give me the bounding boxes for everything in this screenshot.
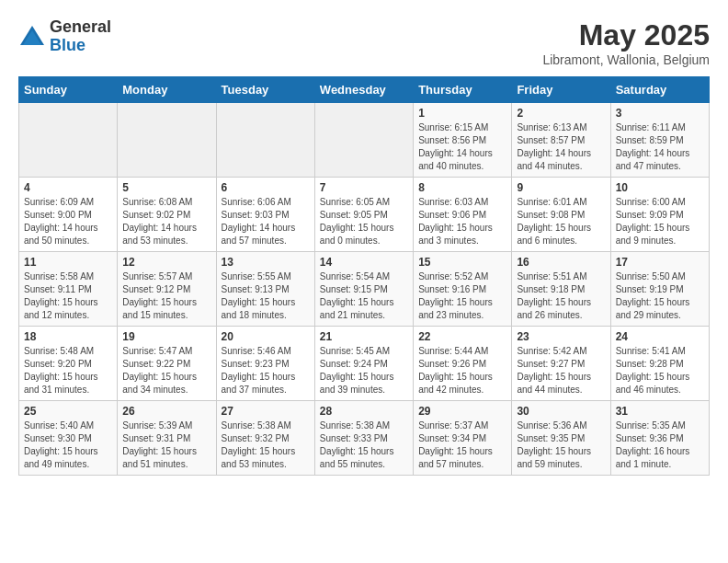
day-info: Sunrise: 6:11 AM Sunset: 8:59 PM Dayligh… — [616, 121, 704, 173]
calendar-day-cell: 11Sunrise: 5:58 AM Sunset: 9:11 PM Dayli… — [19, 252, 118, 327]
calendar-day-cell: 27Sunrise: 5:38 AM Sunset: 9:32 PM Dayli… — [216, 401, 314, 476]
day-info: Sunrise: 6:09 AM Sunset: 9:00 PM Dayligh… — [24, 196, 112, 247]
day-info: Sunrise: 6:05 AM Sunset: 9:05 PM Dayligh… — [320, 196, 408, 247]
month-title: May 2025 — [542, 18, 710, 52]
day-of-week-header: Monday — [118, 77, 216, 103]
calendar-day-cell: 5Sunrise: 6:08 AM Sunset: 9:02 PM Daylig… — [118, 178, 216, 252]
calendar-day-cell: 2Sunrise: 6:13 AM Sunset: 8:57 PM Daylig… — [512, 103, 610, 178]
day-info: Sunrise: 6:01 AM Sunset: 9:08 PM Dayligh… — [517, 196, 605, 247]
calendar-week-row: 1Sunrise: 6:15 AM Sunset: 8:56 PM Daylig… — [19, 103, 710, 178]
calendar-day-cell: 30Sunrise: 5:36 AM Sunset: 9:35 PM Dayli… — [512, 401, 610, 476]
logo-icon — [18, 23, 46, 51]
calendar-day-cell: 16Sunrise: 5:51 AM Sunset: 9:18 PM Dayli… — [512, 252, 610, 327]
day-info: Sunrise: 5:45 AM Sunset: 9:24 PM Dayligh… — [320, 345, 408, 396]
calendar-day-cell: 7Sunrise: 6:05 AM Sunset: 9:05 PM Daylig… — [314, 178, 413, 252]
day-number: 24 — [616, 330, 704, 343]
calendar-day-cell: 18Sunrise: 5:48 AM Sunset: 9:20 PM Dayli… — [19, 327, 118, 401]
day-number: 23 — [517, 330, 605, 343]
day-info: Sunrise: 5:54 AM Sunset: 9:15 PM Dayligh… — [320, 270, 408, 322]
calendar-day-cell: 28Sunrise: 5:38 AM Sunset: 9:33 PM Dayli… — [314, 401, 413, 476]
calendar-day-cell: 13Sunrise: 5:55 AM Sunset: 9:13 PM Dayli… — [216, 252, 314, 327]
day-of-week-header: Wednesday — [314, 77, 413, 103]
day-info: Sunrise: 6:00 AM Sunset: 9:09 PM Dayligh… — [616, 196, 704, 247]
calendar-day-cell: 3Sunrise: 6:11 AM Sunset: 8:59 PM Daylig… — [610, 103, 709, 178]
day-number: 17 — [616, 256, 704, 269]
day-number: 8 — [418, 181, 506, 194]
day-number: 7 — [320, 181, 408, 194]
calendar-day-cell: 4Sunrise: 6:09 AM Sunset: 9:00 PM Daylig… — [19, 178, 118, 252]
calendar-body: 1Sunrise: 6:15 AM Sunset: 8:56 PM Daylig… — [19, 103, 710, 476]
day-info: Sunrise: 5:41 AM Sunset: 9:28 PM Dayligh… — [616, 345, 704, 396]
day-info: Sunrise: 5:35 AM Sunset: 9:36 PM Dayligh… — [616, 419, 704, 471]
day-number: 22 — [418, 330, 506, 343]
day-number: 19 — [122, 330, 210, 343]
calendar-day-cell: 23Sunrise: 5:42 AM Sunset: 9:27 PM Dayli… — [512, 327, 610, 401]
day-info: Sunrise: 6:15 AM Sunset: 8:56 PM Dayligh… — [418, 121, 506, 173]
calendar-week-row: 18Sunrise: 5:48 AM Sunset: 9:20 PM Dayli… — [19, 327, 710, 401]
day-info: Sunrise: 6:03 AM Sunset: 9:06 PM Dayligh… — [418, 196, 506, 247]
day-of-week-header: Thursday — [414, 77, 512, 103]
day-number: 4 — [24, 181, 112, 194]
calendar-week-row: 25Sunrise: 5:40 AM Sunset: 9:30 PM Dayli… — [19, 401, 710, 476]
day-info: Sunrise: 5:42 AM Sunset: 9:27 PM Dayligh… — [517, 345, 605, 396]
day-number: 1 — [418, 107, 506, 120]
location-text: Libramont, Wallonia, Belgium — [542, 52, 710, 67]
calendar-day-cell: 21Sunrise: 5:45 AM Sunset: 9:24 PM Dayli… — [314, 327, 413, 401]
calendar-day-cell: 20Sunrise: 5:46 AM Sunset: 9:23 PM Dayli… — [216, 327, 314, 401]
day-info: Sunrise: 5:40 AM Sunset: 9:30 PM Dayligh… — [24, 419, 112, 471]
calendar-day-cell: 26Sunrise: 5:39 AM Sunset: 9:31 PM Dayli… — [118, 401, 216, 476]
calendar-day-cell: 9Sunrise: 6:01 AM Sunset: 9:08 PM Daylig… — [512, 178, 610, 252]
day-info: Sunrise: 6:08 AM Sunset: 9:02 PM Dayligh… — [122, 196, 210, 247]
calendar-week-row: 11Sunrise: 5:58 AM Sunset: 9:11 PM Dayli… — [19, 252, 710, 327]
day-info: Sunrise: 5:58 AM Sunset: 9:11 PM Dayligh… — [24, 270, 112, 322]
title-block: May 2025 Libramont, Wallonia, Belgium — [542, 18, 710, 67]
calendar-table: SundayMondayTuesdayWednesdayThursdayFrid… — [18, 76, 710, 476]
day-number: 31 — [616, 405, 704, 418]
calendar-day-cell — [216, 103, 314, 178]
calendar-day-cell: 14Sunrise: 5:54 AM Sunset: 9:15 PM Dayli… — [314, 252, 413, 327]
calendar-day-cell: 8Sunrise: 6:03 AM Sunset: 9:06 PM Daylig… — [414, 178, 512, 252]
logo-general-text: General — [50, 18, 111, 37]
day-info: Sunrise: 5:48 AM Sunset: 9:20 PM Dayligh… — [24, 345, 112, 396]
days-of-week-row: SundayMondayTuesdayWednesdayThursdayFrid… — [19, 77, 710, 103]
day-of-week-header: Friday — [512, 77, 610, 103]
calendar-day-cell: 29Sunrise: 5:37 AM Sunset: 9:34 PM Dayli… — [414, 401, 512, 476]
calendar-day-cell: 19Sunrise: 5:47 AM Sunset: 9:22 PM Dayli… — [118, 327, 216, 401]
day-info: Sunrise: 5:52 AM Sunset: 9:16 PM Dayligh… — [418, 270, 506, 322]
day-number: 25 — [24, 405, 112, 418]
calendar-header: SundayMondayTuesdayWednesdayThursdayFrid… — [19, 77, 710, 103]
day-info: Sunrise: 5:44 AM Sunset: 9:26 PM Dayligh… — [418, 345, 506, 396]
calendar-day-cell: 12Sunrise: 5:57 AM Sunset: 9:12 PM Dayli… — [118, 252, 216, 327]
day-number: 9 — [517, 181, 605, 194]
day-number: 20 — [222, 330, 310, 343]
calendar-day-cell: 22Sunrise: 5:44 AM Sunset: 9:26 PM Dayli… — [414, 327, 512, 401]
day-info: Sunrise: 5:47 AM Sunset: 9:22 PM Dayligh… — [122, 345, 210, 396]
day-number: 10 — [616, 181, 704, 194]
day-info: Sunrise: 5:55 AM Sunset: 9:13 PM Dayligh… — [222, 270, 310, 322]
day-number: 16 — [517, 256, 605, 269]
day-number: 13 — [222, 256, 310, 269]
day-info: Sunrise: 5:38 AM Sunset: 9:32 PM Dayligh… — [222, 419, 310, 471]
logo-blue-text: Blue — [50, 37, 111, 55]
day-number: 21 — [320, 330, 408, 343]
calendar-day-cell: 1Sunrise: 6:15 AM Sunset: 8:56 PM Daylig… — [414, 103, 512, 178]
day-info: Sunrise: 6:13 AM Sunset: 8:57 PM Dayligh… — [517, 121, 605, 173]
day-info: Sunrise: 5:37 AM Sunset: 9:34 PM Dayligh… — [418, 419, 506, 471]
day-number: 15 — [418, 256, 506, 269]
calendar-week-row: 4Sunrise: 6:09 AM Sunset: 9:00 PM Daylig… — [19, 178, 710, 252]
day-number: 3 — [616, 107, 704, 120]
day-number: 5 — [122, 181, 210, 194]
day-number: 6 — [222, 181, 310, 194]
day-info: Sunrise: 5:38 AM Sunset: 9:33 PM Dayligh… — [320, 419, 408, 471]
logo: General Blue — [18, 18, 111, 55]
calendar-day-cell: 17Sunrise: 5:50 AM Sunset: 9:19 PM Dayli… — [610, 252, 709, 327]
day-number: 26 — [122, 405, 210, 418]
day-info: Sunrise: 5:39 AM Sunset: 9:31 PM Dayligh… — [122, 419, 210, 471]
day-number: 28 — [320, 405, 408, 418]
day-info: Sunrise: 5:46 AM Sunset: 9:23 PM Dayligh… — [222, 345, 310, 396]
day-info: Sunrise: 5:51 AM Sunset: 9:18 PM Dayligh… — [517, 270, 605, 322]
day-info: Sunrise: 5:57 AM Sunset: 9:12 PM Dayligh… — [122, 270, 210, 322]
calendar-day-cell: 24Sunrise: 5:41 AM Sunset: 9:28 PM Dayli… — [610, 327, 709, 401]
calendar-day-cell — [118, 103, 216, 178]
calendar-day-cell: 31Sunrise: 5:35 AM Sunset: 9:36 PM Dayli… — [610, 401, 709, 476]
